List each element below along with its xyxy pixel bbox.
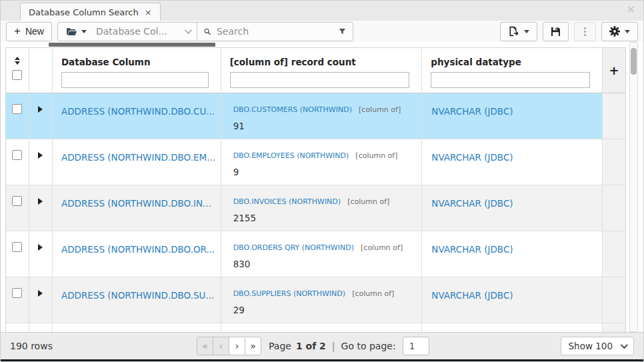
select-all-checkbox[interactable]	[12, 70, 22, 80]
table-row: ADDRESS (NORTHWIND.DBO.SU... DBO.SUPPLIE…	[6, 277, 625, 323]
database-column-link[interactable]: ADDRESS (NORTHWIND.DBO.CU...	[61, 106, 215, 117]
page-status: Page 1 of 2 | Go to page:	[269, 337, 429, 355]
database-column-cell: ADDRESS (NORTHWIND.DBO.IN...	[53, 185, 221, 231]
table-row: ADDRESS (NORTHWIND.DBO.OR... DBO.ORDERS …	[6, 231, 625, 277]
page-prefix-label: Page	[269, 341, 291, 351]
row-extra-cell	[603, 231, 625, 277]
sort-icon[interactable]	[15, 57, 20, 65]
database-column-link[interactable]: ADDRESS (NORTHWIND.DBO.EM...	[61, 152, 215, 163]
database-column-link[interactable]: ADDRESS (NORTHWIND.DBO.IN...	[61, 198, 211, 209]
row-extra-cell	[603, 93, 625, 139]
record-count-filter-input[interactable]	[230, 72, 410, 88]
expand-arrow-icon[interactable]	[38, 244, 43, 251]
export-icon	[508, 26, 519, 37]
parent-table-link[interactable]: DBO.SUPPLIERS (NORTHWIND)	[233, 289, 345, 298]
goto-page-label: Go to page:	[341, 341, 396, 351]
database-column-cell: ADDRESS (NORTHWIND.DBO.CU...	[53, 93, 221, 139]
physical-datatype-link[interactable]: NVARCHAR (JDBC)	[431, 290, 513, 301]
physical-datatype-link[interactable]: NVARCHAR (JDBC)	[431, 152, 513, 163]
parent-table-link[interactable]: DBO.ORDERS QRY (NORTHWIND)	[233, 243, 354, 252]
separator: |	[332, 341, 335, 351]
previous-page-button[interactable]: ‹	[213, 337, 229, 355]
table-row: ADDRESS (NORTHWIND.DBO.CU... DBO.CUSTOME…	[6, 93, 625, 139]
physical-datatype-cell: NVARCHAR (JDBC)	[422, 185, 603, 231]
caret-down-icon	[524, 30, 529, 33]
vertical-scrollbar-thumb[interactable]	[631, 48, 637, 75]
row-expand-cell	[29, 277, 53, 323]
goto-page-input[interactable]	[403, 337, 429, 355]
filter-funnel-icon[interactable]	[339, 27, 346, 36]
results-table: Database Column [column of] record count…	[1, 42, 643, 332]
row-checkbox[interactable]	[12, 288, 22, 298]
physical-datatype-link[interactable]: NVARCHAR (JDBC)	[431, 106, 513, 117]
row-select-cell	[6, 93, 29, 139]
column-header-label[interactable]: [column of] record count	[230, 57, 414, 67]
record-count-cell: DBO.EMPLOYEES (NORTHWIND) [column of] 9	[221, 139, 423, 185]
table-row: ADDRESS (NORTHWIND.DBO.EM... DBO.EMPLOYE…	[6, 139, 625, 185]
new-button[interactable]: + New	[6, 22, 52, 41]
parent-table-link[interactable]: DBO.INVOICES (NORTHWIND)	[233, 197, 341, 206]
row-expand-cell	[29, 139, 53, 185]
row-select-cell	[6, 139, 29, 185]
horizontal-scrollbar-thumb[interactable]	[49, 43, 215, 47]
column-of-label: [column of]	[355, 151, 397, 160]
physical-datatype-link[interactable]: NVARCHAR (JDBC)	[431, 198, 513, 209]
database-column-filter-input[interactable]	[61, 72, 209, 88]
database-column-cell: ADDRESS (NORTHWIND.DBO.EM...	[53, 139, 221, 185]
column-header-label[interactable]: physical datatype	[431, 57, 594, 67]
physical-datatype-filter-input[interactable]	[431, 72, 590, 88]
search-type-select[interactable]: Database Col...	[93, 23, 197, 41]
horizontal-scrollbar[interactable]	[5, 42, 626, 47]
database-column-cell: ADDRESS (NORTHWIND.DBO.SU...	[53, 277, 221, 323]
record-count-value: 91	[233, 121, 415, 131]
row-checkbox[interactable]	[12, 104, 22, 114]
header-record-count: [column of] record count	[221, 48, 423, 93]
more-options-button[interactable]	[574, 22, 596, 41]
column-header-label[interactable]: Database Column	[61, 57, 213, 67]
add-column-button[interactable]: +	[603, 48, 625, 93]
record-count-value: 830	[233, 259, 415, 269]
rows-count-label: 190 rows	[10, 341, 197, 351]
physical-datatype-link[interactable]: NVARCHAR (JDBC)	[431, 244, 513, 255]
chevron-down-icon	[621, 341, 628, 349]
record-count-cell: DBO.SUPPLIERS (NORTHWIND) [column of] 29	[221, 277, 423, 323]
expand-arrow-icon[interactable]	[38, 152, 43, 159]
vertical-scrollbar[interactable]	[629, 42, 638, 332]
page-size-value: Show 100	[569, 341, 613, 351]
expand-arrow-icon[interactable]	[38, 106, 43, 113]
row-checkbox[interactable]	[12, 196, 22, 206]
search-input[interactable]	[217, 26, 333, 37]
row-checkbox[interactable]	[12, 242, 22, 252]
expand-arrow-icon[interactable]	[38, 290, 43, 297]
search-type-value: Database Col...	[96, 26, 167, 37]
settings-button[interactable]	[601, 22, 638, 41]
physical-datatype-cell: NVARCHAR (JDBC)	[422, 277, 603, 323]
page-value: 1 of 2	[296, 341, 326, 351]
folder-dropdown-button[interactable]	[58, 23, 93, 41]
last-page-button[interactable]: »	[245, 337, 261, 355]
tab-database-column-search[interactable]: Database Column Search ×	[20, 3, 161, 21]
parent-table-link[interactable]: DBO.CUSTOMERS (NORTHWIND)	[233, 105, 352, 114]
database-column-cell: ADDRESS (NORTHWIND.DBO.OR...	[53, 231, 221, 277]
record-count-cell: DBO.CUSTOMERS (NORTHWIND) [column of] 91	[221, 93, 423, 139]
parent-table-link[interactable]: DBO.EMPLOYEES (NORTHWIND)	[233, 151, 349, 160]
tab-title: Database Column Search	[29, 7, 139, 17]
header-select-cell	[6, 48, 29, 93]
tab-close-icon[interactable]: ×	[145, 7, 152, 17]
record-count-cell: DBO.ORDERS QRY (NORTHWIND) [column of] 8…	[221, 231, 423, 277]
row-expand-cell	[29, 185, 53, 231]
row-checkbox[interactable]	[12, 150, 22, 160]
row-select-cell	[6, 185, 29, 231]
save-button[interactable]	[543, 22, 569, 41]
database-column-link[interactable]: ADDRESS (NORTHWIND.DBO.SU...	[61, 290, 214, 301]
pager: « ‹ › »	[197, 337, 261, 355]
export-button[interactable]	[500, 22, 537, 41]
expand-arrow-icon[interactable]	[38, 198, 43, 205]
caret-down-icon	[625, 30, 630, 33]
page-size-select[interactable]: Show 100	[561, 337, 635, 355]
search-type-compound: Database Col...	[57, 22, 353, 41]
first-page-button[interactable]: «	[197, 337, 213, 355]
database-column-link[interactable]: ADDRESS (NORTHWIND.DBO.OR...	[61, 244, 215, 255]
window-close-icon[interactable]: ×	[627, 4, 635, 15]
next-page-button[interactable]: ›	[229, 337, 245, 355]
